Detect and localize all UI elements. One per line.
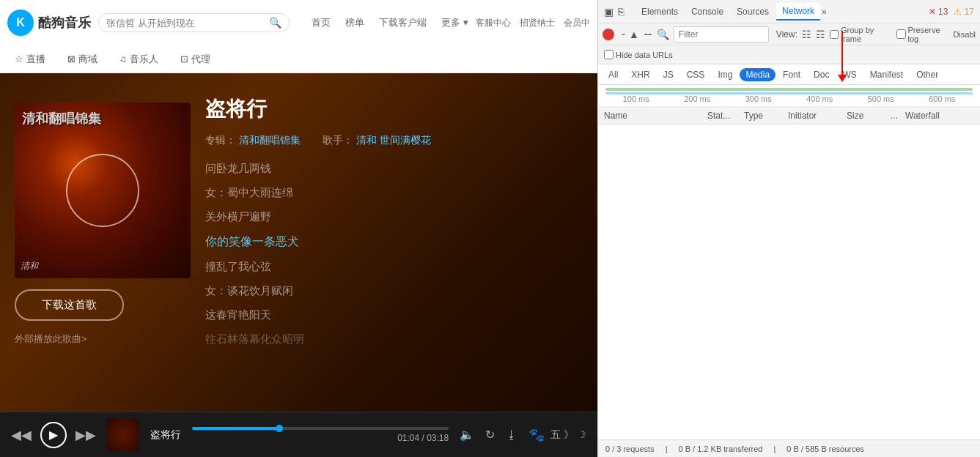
music-people-btn[interactable]: ♫ 音乐人 (119, 53, 158, 66)
nav-more[interactable]: 更多 ▾ (441, 16, 468, 29)
more-tabs[interactable]: » (822, 7, 827, 17)
hide-data-urls-checkbox[interactable] (604, 50, 614, 59)
player-controls: ◀◀ ▶ ▶▶ (11, 422, 96, 448)
progress-fill (192, 427, 279, 430)
filter-input[interactable] (674, 26, 769, 42)
logo-icon: K (7, 10, 34, 36)
col-initiator-header[interactable]: Initiator (788, 111, 847, 121)
col-size-header[interactable]: Size (847, 111, 891, 121)
tab-sources[interactable]: Sources (731, 4, 775, 20)
top-right-links: 客服中心 招贤纳士 会员中 (476, 17, 590, 29)
filter-other[interactable]: Other (910, 68, 944, 81)
player-extra: 🐾 五 》 ☽ (528, 427, 586, 443)
error-count: ✕ 13 (929, 7, 948, 17)
funnel-icon[interactable]: ⥎ (644, 29, 652, 40)
inspect-icon[interactable]: ▣ (604, 6, 614, 18)
music-app: K 酷狗音乐 🔍 首页 榜单 下载客户端 更多 ▾ 客服中心 招贤纳士 会员中 (0, 0, 597, 457)
progress-handle[interactable] (276, 425, 283, 432)
time-display: 01:04 / 03:18 (192, 433, 449, 443)
filter-toggle-icon[interactable]: ▲ (629, 29, 639, 40)
next-button[interactable]: ▶▶ (75, 427, 96, 443)
preserve-log-label: Preserve log (896, 26, 949, 43)
filter-media[interactable]: Media (740, 68, 775, 81)
list-view-icon[interactable]: ☷ (802, 29, 811, 40)
filter-ws[interactable]: WS (836, 68, 862, 81)
col-status-header[interactable]: Stat... (707, 111, 744, 121)
timeline-200ms: 200 ms (684, 94, 710, 103)
play-button[interactable]: ▶ (40, 422, 67, 448)
download-btn[interactable]: 下载这首歌 (15, 289, 124, 321)
customer-service[interactable]: 客服中心 (476, 17, 511, 29)
filter-css[interactable]: CSS (681, 68, 711, 81)
group-by-frame-checkbox[interactable] (830, 30, 839, 39)
request-count: 0 / 3 requests (605, 445, 655, 453)
nav-links: 首页 榜单 下载客户端 更多 ▾ (312, 16, 468, 29)
hide-data-urls-label: Hide data URLs (604, 50, 673, 59)
shop-btn[interactable]: ⊠ 商域 (67, 53, 97, 66)
search-bar[interactable]: 🔍 (98, 13, 290, 32)
download-button-area: 下载这首歌 (15, 289, 124, 321)
timeline-400ms: 400 ms (806, 94, 833, 103)
filter-all[interactable]: All (603, 68, 624, 81)
filter-font[interactable]: Font (777, 68, 806, 81)
warning-count: ⚠ 17 (954, 7, 974, 17)
artist-link[interactable]: 清和 世间满樱花 (356, 134, 431, 146)
search-input[interactable] (106, 18, 265, 29)
transferred-size: 0 B / 1.2 KB transferred (679, 445, 763, 453)
content-overlay: 清和 清和翻唱锦集 下载这首歌 外部播放此歌曲> 盗将行 (0, 73, 597, 412)
grid-view-icon[interactable]: ☶ (816, 29, 825, 40)
col-type-header[interactable]: Type (744, 111, 788, 121)
col-name-header[interactable]: Name (604, 111, 707, 121)
timeline: 100 ms 200 ms 300 ms 400 ms 500 ms 600 m… (598, 85, 980, 107)
table-header: Name Stat... Type Initiator Size ... Wat… (598, 107, 980, 125)
nav-home[interactable]: 首页 (312, 16, 331, 29)
preserve-log-checkbox[interactable] (896, 29, 906, 39)
hide-data-urls-bar: Hide data URLs (598, 45, 980, 64)
prev-button[interactable]: ◀◀ (11, 427, 32, 443)
tab-elements[interactable]: Elements (635, 4, 684, 20)
nav-download[interactable]: 下载客户端 (379, 16, 427, 29)
album-art: 清和 清和翻唱锦集 (15, 103, 191, 278)
tab-console[interactable]: Console (685, 4, 729, 20)
tab-network[interactable]: Network (776, 3, 820, 21)
filter-doc[interactable]: Doc (808, 68, 835, 81)
nav-charts[interactable]: 榜单 (345, 16, 364, 29)
filter-img[interactable]: Img (712, 68, 738, 81)
progress-bar[interactable] (192, 427, 449, 430)
devtools-icons: ▣ ⎘ (604, 6, 624, 18)
repeat-icon[interactable]: ↻ (485, 428, 495, 442)
member[interactable]: 会员中 (564, 17, 590, 29)
album-watermark: 清和 (21, 260, 38, 272)
progress-area: 01:04 / 03:18 (192, 427, 449, 443)
filter-manifest[interactable]: Manifest (864, 68, 909, 81)
recruit[interactable]: 招贤纳士 (520, 17, 555, 29)
live-btn[interactable]: ☆ 直播 (15, 53, 45, 66)
lyric-line: 你的笑像一条恶犬 (205, 234, 583, 250)
timeline-600ms: 600 ms (929, 94, 955, 103)
artist-meta: 歌手： 清和 世间满樱花 (323, 134, 431, 147)
clear-icon[interactable]: ╶ (619, 29, 625, 40)
devtools-tabs: Elements Console Sources Network » (635, 3, 827, 21)
song-page: 清和 清和翻唱锦集 下载这首歌 外部播放此歌曲> 盗将行 (0, 73, 597, 412)
lyric-line: 女：蜀中大雨连绵 (205, 186, 583, 200)
col-waterfall-header[interactable]: Waterfall (905, 111, 974, 121)
filter-js[interactable]: JS (657, 68, 679, 81)
view-label: View: (776, 29, 797, 40)
volume-icon[interactable]: 🔈 (460, 428, 474, 442)
paw-icon: 🐾 (528, 427, 545, 443)
album-circle (66, 154, 139, 227)
external-link[interactable]: 外部播放此歌曲> (15, 333, 87, 344)
download-icon[interactable]: ⭳ (506, 428, 517, 442)
search-network-icon[interactable]: 🔍 (657, 29, 669, 40)
album-link[interactable]: 清和翻唱锦集 (239, 134, 301, 146)
devtools-status: 0 / 3 requests | 0 B / 1.2 KB transferre… (598, 439, 980, 457)
devtools-topbar: ▣ ⎘ Elements Console Sources Network » ✕… (598, 0, 980, 23)
filter-xhr[interactable]: XHR (625, 68, 655, 81)
device-icon[interactable]: ⎘ (618, 6, 624, 18)
agent-btn[interactable]: ⊡ 代理 (180, 53, 210, 66)
timeline-300ms: 300 ms (745, 94, 772, 103)
timeline-500ms: 500 ms (868, 94, 894, 103)
record-button[interactable] (603, 29, 614, 40)
resource-size: 0 B / 585 B resources (786, 445, 864, 453)
player-song-name: 盗将行 (150, 428, 181, 442)
